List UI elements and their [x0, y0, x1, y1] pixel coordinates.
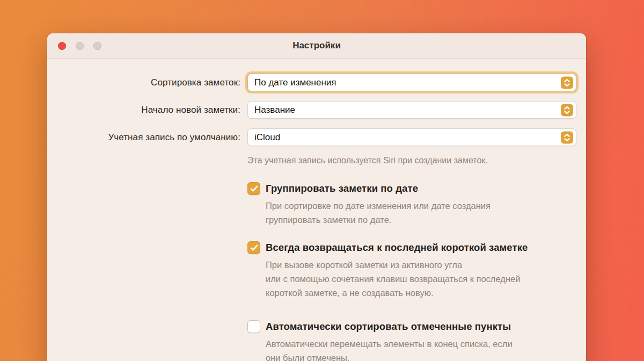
window-title: Настройки [47, 40, 586, 51]
chevron-up-down-icon [561, 104, 573, 116]
setting-row-default-account: Учетная запись по умолчанию: iCloud [47, 128, 576, 146]
checkmark-icon [250, 244, 258, 251]
resume-quick-note-description: При вызове короткой заметки из активного… [266, 258, 576, 300]
auto-sort-checked-checkbox-row[interactable]: Автоматически сортировать отмеченные пун… [247, 320, 576, 333]
checkmark-icon [250, 185, 258, 192]
default-account-value: iCloud [254, 132, 280, 143]
default-account-label: Учетная запись по умолчанию: [47, 132, 240, 143]
sort-notes-select[interactable]: По дате изменения [247, 74, 576, 91]
default-account-select[interactable]: iCloud [247, 128, 576, 146]
titlebar: Настройки [47, 33, 586, 59]
chevron-up-down-icon [561, 76, 573, 89]
setting-row-sort: Сортировка заметок: По дате изменения [47, 74, 576, 91]
setting-group-quick-note: Всегда возвращаться к последней короткой… [47, 241, 576, 300]
auto-sort-checked-checkbox[interactable] [247, 320, 260, 333]
group-notes-by-date-checkbox[interactable] [247, 182, 260, 195]
sort-notes-label: Сортировка заметок: [47, 77, 240, 88]
resume-quick-note-label: Всегда возвращаться к последней короткой… [266, 242, 528, 254]
setting-group-date: Группировать заметки по дате При сортиро… [47, 182, 576, 227]
setting-row-new-note: Начало новой заметки: Название [47, 101, 576, 119]
auto-sort-checked-description: Автоматически перемещать элементы в коне… [266, 337, 576, 361]
new-note-value: Название [254, 105, 295, 115]
resume-quick-note-checkbox-row[interactable]: Всегда возвращаться к последней короткой… [247, 241, 576, 254]
setting-group-sort-checked: Автоматически сортировать отмеченные пун… [47, 320, 576, 361]
resume-quick-note-checkbox[interactable] [247, 241, 260, 254]
group-notes-by-date-checkbox-row[interactable]: Группировать заметки по дате [247, 182, 576, 195]
chevron-up-down-icon [561, 131, 573, 143]
group-notes-by-date-description: При сортировке по дате изменения или дат… [266, 199, 576, 227]
sort-notes-value: По дате изменения [254, 77, 336, 88]
new-note-label: Начало новой заметки: [47, 105, 240, 115]
account-note-row: Эта учетная запись используется Siri при… [47, 156, 576, 165]
new-note-select[interactable]: Название [247, 101, 576, 119]
settings-content: Сортировка заметок: По дате изменения На… [47, 59, 586, 361]
group-notes-by-date-label: Группировать заметки по дате [266, 183, 418, 194]
auto-sort-checked-label: Автоматически сортировать отмеченные пун… [266, 321, 511, 333]
siri-account-note: Эта учетная запись используется Siri при… [247, 156, 576, 165]
preferences-window: Настройки Сортировка заметок: По дате из… [47, 33, 586, 361]
